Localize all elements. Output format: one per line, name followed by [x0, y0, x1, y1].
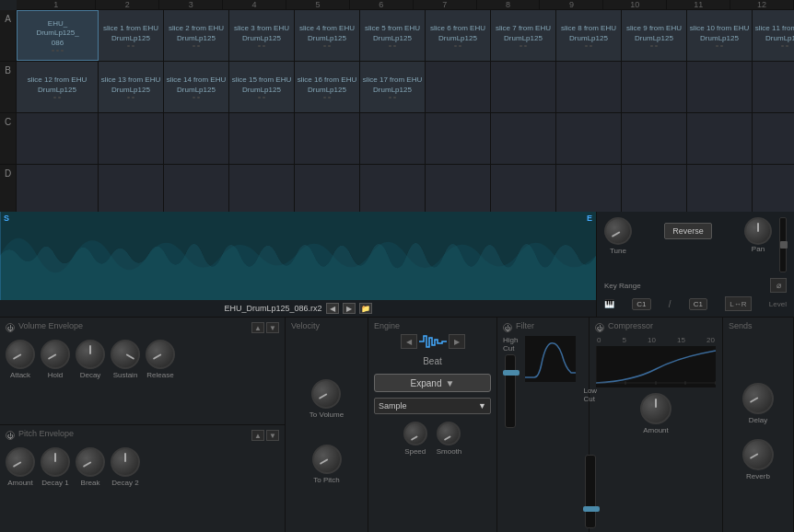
pad-c6[interactable]	[360, 113, 426, 164]
sends-title: Sends	[729, 321, 788, 330]
vol-env-title-row: ⏻ Volume Envelope	[6, 321, 83, 334]
pad-a9[interactable]: slice 8 from EHU DrumLp125	[556, 10, 622, 61]
lr-btn[interactable]: L↔R	[725, 296, 751, 311]
amount-knob[interactable]	[6, 447, 35, 477]
pad-a7[interactable]: slice 6 from EHU DrumLp125	[426, 10, 491, 61]
speed-label: Speed	[404, 447, 426, 456]
high-cut-slider[interactable]	[505, 354, 516, 428]
vol-env-arrow-up[interactable]: ▲	[251, 322, 264, 333]
pad-b7[interactable]	[426, 62, 491, 112]
waveform-end-marker: E	[587, 214, 592, 223]
pad-c1[interactable]	[17, 113, 99, 164]
key-c1-start[interactable]: C1	[632, 298, 650, 310]
pad-a11[interactable]: slice 10 from EHU DrumLp125	[687, 10, 753, 61]
hold-knob[interactable]	[41, 340, 70, 369]
pad-d9[interactable]	[556, 165, 622, 215]
pitch-env-arrow-down[interactable]: ▼	[266, 430, 279, 441]
pad-c7[interactable]	[426, 113, 491, 164]
waveform-prev-btn[interactable]: ◀	[326, 303, 339, 314]
pad-b6[interactable]: slice 17 from EHU DrumLp125	[360, 62, 426, 112]
key-c1-end[interactable]: C1	[689, 298, 707, 310]
pad-d11[interactable]	[687, 165, 753, 215]
sample-select[interactable]: Sample ▼	[374, 398, 491, 414]
pad-a10[interactable]: slice 9 from EHU DrumLp125	[622, 10, 687, 61]
pad-d7[interactable]	[426, 165, 491, 215]
pad-d8[interactable]	[491, 165, 556, 215]
pad-d10[interactable]	[622, 165, 687, 215]
pad-c9[interactable]	[556, 113, 622, 164]
speed-knob[interactable]	[403, 422, 427, 445]
hold-group: Hold	[41, 340, 70, 379]
smooth-knob[interactable]	[437, 422, 461, 445]
pad-d4[interactable]	[229, 165, 295, 215]
pad-b4[interactable]: slice 15 from EHU DrumLp125	[229, 62, 295, 112]
pad-a8[interactable]: slice 7 from EHU DrumLp125	[491, 10, 556, 61]
pad-b8[interactable]	[491, 62, 556, 112]
delay-knob[interactable]	[742, 383, 774, 414]
pad-d2[interactable]	[99, 165, 164, 215]
expand-btn[interactable]: Expand ▼	[374, 374, 491, 392]
pad-d3[interactable]	[164, 165, 229, 215]
low-cut-slider[interactable]	[585, 455, 596, 528]
pad-b9[interactable]	[556, 62, 622, 112]
filter-power-icon[interactable]: ⏻	[503, 323, 512, 332]
pad-c11[interactable]	[687, 113, 753, 164]
pitch-env-power-icon[interactable]: ⏻	[6, 431, 15, 440]
pad-a3[interactable]: slice 2 from EHU DrumLp125	[164, 10, 229, 61]
pad-c8[interactable]	[491, 113, 556, 164]
decay-knob[interactable]	[76, 340, 105, 369]
decay1-knob[interactable]	[41, 447, 70, 477]
pad-b2[interactable]: slice 13 from EHU DrumLp125	[99, 62, 164, 112]
attack-knob[interactable]	[6, 340, 35, 369]
tune-knob[interactable]	[604, 217, 632, 245]
filter-curve-area	[525, 336, 576, 528]
pad-d12[interactable]	[753, 165, 794, 215]
pad-a2[interactable]: slice 1 from EHU DrumLp125	[99, 10, 164, 61]
compressor-power-icon[interactable]: ⏻	[595, 323, 604, 332]
pad-a4[interactable]: slice 3 from EHU DrumLp125	[229, 10, 295, 61]
compressor-amount-knob[interactable]	[640, 393, 671, 424]
pad-b12[interactable]	[753, 62, 794, 112]
pad-b11[interactable]	[687, 62, 753, 112]
engine-prev-btn[interactable]: ◀	[401, 334, 417, 349]
engine-next-btn[interactable]: ▶	[449, 334, 465, 349]
to-pitch-knob[interactable]	[312, 445, 342, 474]
pad-b10[interactable]	[622, 62, 687, 112]
sustain-knob[interactable]	[111, 340, 140, 369]
pad-a5[interactable]: slice 4 from EHU DrumLp125	[295, 10, 360, 61]
waveform-next-btn[interactable]: ▶	[343, 303, 356, 314]
pitch-env-arrow-up[interactable]: ▲	[251, 430, 264, 441]
compressor-section: ⏻ Compressor 0 5 10 15 20	[590, 318, 723, 532]
release-knob[interactable]	[146, 340, 175, 369]
pad-b5[interactable]: slice 16 from EHU DrumLp125	[295, 62, 360, 112]
pan-knob[interactable]	[744, 217, 772, 245]
pad-c3[interactable]	[164, 113, 229, 164]
pad-c5[interactable]	[295, 113, 360, 164]
vol-env-power-icon[interactable]: ⏻	[6, 323, 15, 332]
waveform-main[interactable]: S E EHU_DrumLp125_086.rx2 ◀ ▶ 📁	[0, 212, 596, 317]
pad-b3[interactable]: slice 14 from EHU DrumLp125	[164, 62, 229, 112]
break-knob[interactable]	[76, 447, 105, 477]
sends-content: Delay Reverb	[729, 334, 788, 528]
pad-b1[interactable]: slice 12 from EHU DrumLp125	[17, 62, 99, 112]
pad-d5[interactable]	[295, 165, 360, 215]
vol-env-arrow-down[interactable]: ▼	[266, 322, 279, 333]
pad-a12[interactable]: slice 11 from EHU DrumLp125	[753, 10, 794, 61]
pad-d6[interactable]	[360, 165, 426, 215]
link-btn[interactable]: ⌀	[770, 278, 787, 293]
pad-d1[interactable]	[17, 165, 99, 215]
decay2-knob[interactable]	[111, 447, 140, 477]
reverb-knob[interactable]	[742, 439, 774, 470]
pad-c10[interactable]	[622, 113, 687, 164]
pad-c2[interactable]	[99, 113, 164, 164]
reverse-btn[interactable]: Reverse	[664, 223, 712, 239]
speed-group: Speed	[403, 422, 427, 456]
pan-slider[interactable]	[779, 217, 787, 272]
reverb-label: Reverb	[746, 472, 770, 480]
pad-a6[interactable]: slice 5 from EHU DrumLp125	[360, 10, 426, 61]
waveform-folder-btn[interactable]: 📁	[359, 303, 372, 314]
pad-c12[interactable]	[753, 113, 794, 164]
pad-a1[interactable]: EHU_DrumLp125_086	[17, 10, 99, 61]
pad-c4[interactable]	[229, 113, 295, 164]
to-volume-knob[interactable]	[311, 379, 341, 409]
